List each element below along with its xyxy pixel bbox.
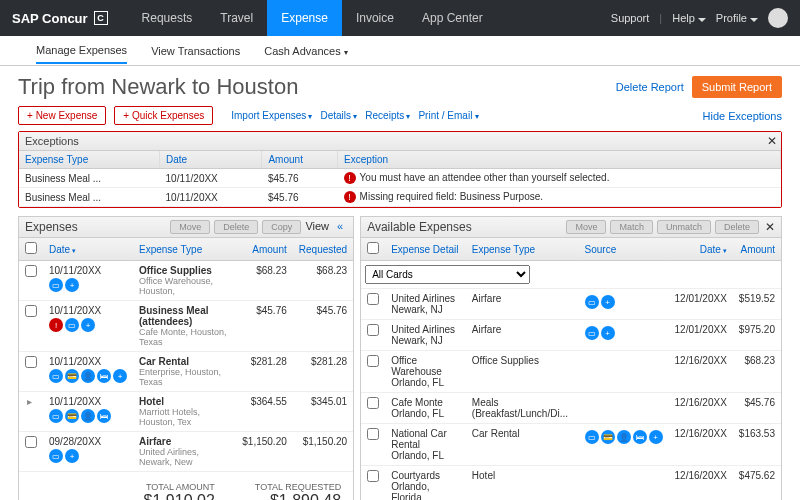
- brand: SAP Concur C: [12, 11, 108, 26]
- report-toolbar: New Expense Quick Expenses Import Expens…: [18, 106, 782, 125]
- top-nav: RequestsTravelExpenseInvoiceApp Center: [128, 0, 497, 36]
- close-icon[interactable]: ✕: [765, 220, 775, 234]
- row-checkbox[interactable]: [25, 356, 37, 368]
- total-requested: TOTAL REQUESTED $1,890.48: [255, 482, 341, 500]
- available-row[interactable]: Courtyards Orlando, FloridaHotel 12/16/2…: [361, 466, 781, 501]
- separator: |: [659, 12, 662, 24]
- avail-match-button[interactable]: Match: [610, 220, 653, 234]
- subnav-manage-expenses[interactable]: Manage Expenses: [36, 38, 127, 64]
- row-checkbox[interactable]: [367, 428, 379, 440]
- row-checkbox[interactable]: [367, 397, 379, 409]
- avail-unmatch-button[interactable]: Unmatch: [657, 220, 711, 234]
- bed-icon: 🛏: [97, 369, 111, 383]
- exception-row[interactable]: Business Meal ...10/11/20XX$45.76!Missin…: [19, 188, 781, 207]
- expense-row[interactable]: 09/28/20XX▭+ AirfareUnited Airlines, New…: [19, 432, 353, 472]
- delete-button[interactable]: Delete: [214, 220, 258, 234]
- expenses-panel: Expenses Move Delete Copy View « Date Ex…: [18, 216, 354, 500]
- topnav-travel[interactable]: Travel: [206, 0, 267, 36]
- receipts-menu[interactable]: Receipts: [365, 110, 410, 121]
- expense-row[interactable]: ▸ 10/11/20XX▭💳👤🛏 HotelMarriott Hotels, H…: [19, 392, 353, 432]
- profile-link[interactable]: Profile: [716, 12, 758, 24]
- avail-select-all-col: [361, 238, 385, 261]
- available-row[interactable]: Cafe Monte Orlando, FLMeals (Breakfast/L…: [361, 393, 781, 424]
- sub-nav: Manage ExpensesView TransactionsCash Adv…: [0, 36, 800, 66]
- avail-move-button[interactable]: Move: [566, 220, 606, 234]
- plus-icon: +: [65, 278, 79, 292]
- available-actions: Move Match Unmatch Delete: [566, 220, 759, 234]
- card-filter-select[interactable]: All Cards: [365, 265, 530, 284]
- new-expense-button[interactable]: New Expense: [18, 106, 106, 125]
- subnav-cash-advances[interactable]: Cash Advances ▾: [264, 39, 348, 63]
- col-source[interactable]: Source: [579, 238, 669, 261]
- plus-icon: +: [81, 318, 95, 332]
- support-link[interactable]: Support: [611, 12, 650, 24]
- cc-icon: 💳: [65, 369, 79, 383]
- quick-expenses-button[interactable]: Quick Expenses: [114, 106, 213, 125]
- top-bar: SAP Concur C RequestsTravelExpenseInvoic…: [0, 0, 800, 36]
- col-type[interactable]: Expense Type: [133, 238, 236, 261]
- col-amount[interactable]: Amount: [236, 238, 293, 261]
- plus-icon: +: [113, 369, 127, 383]
- col-type[interactable]: Expense Type: [466, 238, 579, 261]
- available-row[interactable]: Office Warehouse Orlando, FLOffice Suppl…: [361, 351, 781, 393]
- row-checkbox[interactable]: [367, 355, 379, 367]
- hide-exceptions-link[interactable]: Hide Exceptions: [703, 110, 783, 122]
- view-menu[interactable]: View: [305, 220, 329, 234]
- avail-select-all-checkbox[interactable]: [367, 242, 379, 254]
- topnav-expense[interactable]: Expense: [267, 0, 342, 36]
- expense-row[interactable]: 10/11/20XX▭💳👤🛏+ Car RentalEnterprise, Ho…: [19, 352, 353, 392]
- available-title: Available Expenses: [367, 220, 472, 234]
- cc-icon: 💳: [601, 430, 615, 444]
- err-icon: !: [49, 318, 63, 332]
- expand-icon[interactable]: ▸: [25, 396, 33, 407]
- expenses-grid: Date Expense Type Amount Requested 10/11…: [19, 238, 353, 472]
- copy-button[interactable]: Copy: [262, 220, 301, 234]
- bed-icon: 🛏: [97, 409, 111, 423]
- collapse-icon[interactable]: «: [333, 220, 347, 234]
- exception-row[interactable]: Business Meal ...10/11/20XX$45.76!You mu…: [19, 169, 781, 188]
- col-amount[interactable]: Amount: [733, 238, 781, 261]
- help-link[interactable]: Help: [672, 12, 706, 24]
- close-icon[interactable]: ✕: [767, 134, 777, 148]
- topnav-app-center[interactable]: App Center: [408, 0, 497, 36]
- expense-row[interactable]: 10/11/20XX▭+ Office SuppliesOffice Wareh…: [19, 261, 353, 301]
- top-right: Support | Help Profile: [611, 8, 788, 28]
- topnav-requests[interactable]: Requests: [128, 0, 207, 36]
- col-date[interactable]: Date: [669, 238, 733, 261]
- available-row[interactable]: United Airlines Newark, NJAirfare▭+ 12/0…: [361, 289, 781, 320]
- details-menu[interactable]: Details: [321, 110, 358, 121]
- card-icon: ▭: [49, 409, 63, 423]
- title-row: Trip from Newark to Houston Delete Repor…: [18, 74, 782, 100]
- col-requested[interactable]: Requested: [293, 238, 353, 261]
- cc-icon: 💳: [65, 409, 79, 423]
- row-checkbox[interactable]: [25, 265, 37, 277]
- expenses-header: Expenses Move Delete Copy View «: [19, 217, 353, 238]
- delete-report-button[interactable]: Delete Report: [616, 81, 684, 93]
- available-row[interactable]: National Car Rental Orlando, FLCar Renta…: [361, 424, 781, 466]
- select-all-checkbox[interactable]: [25, 242, 37, 254]
- row-checkbox[interactable]: [367, 293, 379, 305]
- title-actions: Delete Report Submit Report: [616, 76, 782, 98]
- col-date[interactable]: Date: [43, 238, 133, 261]
- expense-row[interactable]: 10/11/20XX!▭+ Business Meal (attendees)C…: [19, 301, 353, 352]
- bed-icon: 🛏: [633, 430, 647, 444]
- card-icon: ▭: [49, 449, 63, 463]
- row-checkbox[interactable]: [25, 436, 37, 448]
- avail-delete-button[interactable]: Delete: [715, 220, 759, 234]
- subnav-view-transactions[interactable]: View Transactions: [151, 39, 240, 63]
- print-email-menu[interactable]: Print / Email: [418, 110, 478, 121]
- plus-icon: +: [601, 295, 615, 309]
- card-icon: ▭: [49, 278, 63, 292]
- row-checkbox[interactable]: [367, 324, 379, 336]
- row-checkbox[interactable]: [25, 305, 37, 317]
- totals-row: TOTAL AMOUNT $1,910.02 TOTAL REQUESTED $…: [19, 472, 353, 500]
- submit-report-button[interactable]: Submit Report: [692, 76, 782, 98]
- topnav-invoice[interactable]: Invoice: [342, 0, 408, 36]
- row-checkbox[interactable]: [367, 470, 379, 482]
- col-detail[interactable]: Expense Detail: [385, 238, 466, 261]
- available-row[interactable]: United Airlines Newark, NJAirfare▭+ 12/0…: [361, 320, 781, 351]
- avatar-icon[interactable]: [768, 8, 788, 28]
- move-button[interactable]: Move: [170, 220, 210, 234]
- import-expenses-link[interactable]: Import Expenses: [231, 110, 312, 121]
- card-icon: ▭: [65, 318, 79, 332]
